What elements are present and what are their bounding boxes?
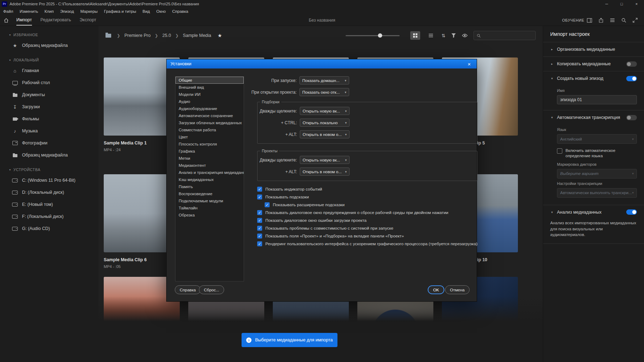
category-trim[interactable]: Обрезка bbox=[175, 212, 244, 219]
category-ai-models[interactable]: Модели ИИ bbox=[175, 91, 244, 98]
checked-checkbox[interactable] bbox=[257, 187, 262, 192]
menu-window[interactable]: Окно bbox=[153, 8, 169, 15]
share-export-icon[interactable] bbox=[599, 18, 604, 23]
stacked-panels-icon[interactable] bbox=[610, 18, 615, 22]
checkbox-row[interactable]: Показывать подсказки bbox=[257, 194, 477, 199]
sidebar-item-home[interactable]: ⌂Главная bbox=[0, 65, 98, 77]
checked-checkbox[interactable] bbox=[257, 241, 262, 246]
section-header-transcription[interactable]: ▾ Автоматическая транскрипция bbox=[550, 110, 637, 125]
slider-thumb[interactable] bbox=[378, 33, 382, 38]
copy-media-toggle[interactable] bbox=[626, 61, 637, 67]
dialog-close-icon[interactable]: × bbox=[466, 61, 473, 67]
filter-icon[interactable] bbox=[451, 33, 456, 38]
projects-alt-select[interactable]: Открыть в новом о...▾ bbox=[300, 168, 350, 176]
bins-alt-select[interactable]: Открыть в новом о...▾ bbox=[300, 130, 350, 138]
favorite-star-icon[interactable]: ★ bbox=[218, 33, 222, 38]
menu-edit[interactable]: Изменить bbox=[16, 8, 41, 15]
list-view-button[interactable] bbox=[426, 31, 436, 40]
breadcrumb-25-0[interactable]: 25.0 bbox=[162, 33, 171, 38]
breadcrumb-premiere-pro[interactable]: Premiere Pro bbox=[124, 33, 151, 38]
category-auto-save[interactable]: Автоматическое сохранение bbox=[175, 112, 244, 119]
sidebar-item-drive-f[interactable]: F: (Локальный диск) bbox=[0, 210, 98, 223]
sidebar-item-movies[interactable]: Фильмы bbox=[0, 113, 98, 125]
close-icon[interactable]: × bbox=[629, 0, 644, 8]
checkbox-row[interactable]: Показывать диалоговое окно предупреждени… bbox=[257, 210, 477, 215]
auto-detect-language-row[interactable]: Включить автоматическое определение язык… bbox=[557, 148, 637, 159]
transcription-settings-select[interactable]: Автоматически выполнять транскри... ▾ bbox=[557, 188, 637, 198]
checked-checkbox[interactable] bbox=[257, 194, 262, 199]
grid-view-button[interactable] bbox=[410, 31, 420, 40]
ok-button[interactable]: OK bbox=[428, 285, 444, 294]
maximize-icon[interactable]: □ bbox=[614, 0, 629, 8]
sort-button[interactable]: ⇅ bbox=[442, 33, 445, 38]
category-control-surface[interactable]: Плоскость контроля bbox=[175, 141, 244, 148]
search-input[interactable] bbox=[483, 33, 532, 38]
checkbox-row[interactable]: Показывать расширенные подсказки bbox=[265, 202, 477, 207]
menu-sequence[interactable]: Эпизод bbox=[57, 8, 77, 15]
cancel-button[interactable]: Отмена bbox=[445, 285, 470, 294]
menu-markers[interactable]: Маркеры bbox=[77, 8, 101, 15]
category-memory[interactable]: Память bbox=[175, 183, 244, 190]
menu-view[interactable]: Вид bbox=[139, 8, 153, 15]
checkbox-row[interactable]: Рендеринг пользовательского интерфейса с… bbox=[257, 241, 477, 246]
sidebar-item-drive-e[interactable]: E: (Новый том) bbox=[0, 198, 98, 210]
startup-select[interactable]: Показать домашн... ▾ bbox=[299, 76, 349, 84]
section-header-copy[interactable]: ▸ Копировать медиаданные bbox=[550, 57, 637, 71]
category-color[interactable]: Цвет bbox=[175, 133, 244, 141]
tab-import[interactable]: Импорт bbox=[16, 15, 32, 26]
projects-double-click-select[interactable]: Открыть новую вк...▾ bbox=[300, 156, 350, 164]
select-media-notice-button[interactable]: i Выберите медиаданные для импорта bbox=[242, 333, 337, 347]
category-media-analysis-transcription[interactable]: Анализ и транскрипция медиаданных bbox=[175, 169, 244, 176]
sidebar-item-sample-media-favorite[interactable]: ★Образец медиафайла bbox=[0, 39, 98, 51]
category-media-cache[interactable]: Кэш медиаданных bbox=[175, 176, 244, 183]
preview-eye-icon[interactable] bbox=[462, 33, 468, 38]
sidebar-item-desktop[interactable]: Рабочий стол bbox=[0, 77, 98, 89]
reset-button[interactable]: Сброс... bbox=[199, 285, 224, 294]
checked-checkbox[interactable] bbox=[257, 218, 262, 223]
dialog-titlebar[interactable]: Установки × bbox=[167, 59, 477, 68]
category-timeline[interactable]: Таймлайн bbox=[175, 204, 244, 212]
breadcrumb-sample-media[interactable]: Sample Media bbox=[183, 33, 211, 38]
checkbox-row[interactable]: Показать индикатор событий bbox=[257, 187, 477, 192]
category-playback[interactable]: Воспроизведение bbox=[175, 190, 244, 197]
checked-checkbox[interactable] bbox=[265, 202, 270, 207]
transcription-toggle[interactable] bbox=[626, 115, 637, 120]
help-button[interactable]: Справка bbox=[175, 285, 201, 294]
category-audio[interactable]: Аудио bbox=[175, 98, 244, 105]
menu-help[interactable]: Справка bbox=[169, 8, 191, 15]
sidebar-item-music[interactable]: ♪Музыка bbox=[0, 125, 98, 137]
thumbnail-size-slider[interactable] bbox=[346, 35, 400, 36]
sidebar-item-drive-c[interactable]: C: (Windows 11 Pro 64-Bit) bbox=[0, 174, 98, 186]
minimize-icon[interactable]: ─ bbox=[599, 0, 614, 8]
speaker-labeling-select[interactable]: Выберите вариант ▾ bbox=[557, 169, 637, 179]
category-labels[interactable]: Метки bbox=[175, 155, 244, 162]
sidebar-section-local[interactable]: ▾ЛОКАЛЬНЫЙ bbox=[0, 55, 98, 65]
checked-checkbox[interactable] bbox=[257, 210, 262, 215]
sidebar-item-sample-media-folder[interactable]: Образец медиафайла bbox=[0, 149, 98, 161]
menu-clip[interactable]: Клип bbox=[41, 8, 57, 15]
tab-edit[interactable]: Редактировать bbox=[40, 15, 71, 26]
category-plugins[interactable]: Подключаемые модули bbox=[175, 197, 244, 204]
sidebar-item-drive-g[interactable]: G: (Audio CD) bbox=[0, 223, 98, 235]
sidebar-item-downloads[interactable]: ↧Загрузки bbox=[0, 101, 98, 113]
sidebar-section-favorites[interactable]: ▾ИЗБРАННОЕ bbox=[0, 30, 98, 39]
section-header-organize[interactable]: ▸ Организовать медиаданные bbox=[550, 42, 637, 56]
checkbox-row[interactable]: Показывать проблемы с совместимостью с с… bbox=[257, 226, 477, 231]
analysis-toggle[interactable] bbox=[626, 209, 637, 215]
search-box[interactable] bbox=[473, 31, 536, 40]
checked-checkbox[interactable] bbox=[257, 226, 262, 231]
section-header-analysis[interactable]: ▾ Анализ медиаданных bbox=[550, 205, 637, 219]
open-project-select[interactable]: Показать окно отк... ▾ bbox=[299, 88, 349, 96]
category-media[interactable]: Медиаконтент bbox=[175, 162, 244, 169]
category-cloud-downloads[interactable]: Загрузки облачных медиаданных bbox=[175, 119, 244, 126]
checkbox-row[interactable]: Показать диалоговое окно ошибки загрузки… bbox=[257, 218, 477, 223]
category-collaboration[interactable]: Совместная работа bbox=[175, 126, 244, 133]
sidebar-item-photos[interactable]: Фотографии bbox=[0, 137, 98, 149]
checkbox-row[interactable]: Показывать поля «Проект» и «Подборка» на… bbox=[257, 234, 477, 238]
category-general[interactable]: Общие bbox=[175, 77, 244, 84]
sidebar-item-drive-d[interactable]: D: (Локальный диск) bbox=[0, 186, 98, 198]
checked-checkbox[interactable] bbox=[257, 234, 262, 238]
home-button[interactable] bbox=[0, 18, 12, 23]
learn-button[interactable]: ОБУЧЕНИЕ bbox=[562, 18, 592, 23]
section-header-new-sequence[interactable]: ▾ Создать новый эпизод bbox=[550, 71, 637, 86]
